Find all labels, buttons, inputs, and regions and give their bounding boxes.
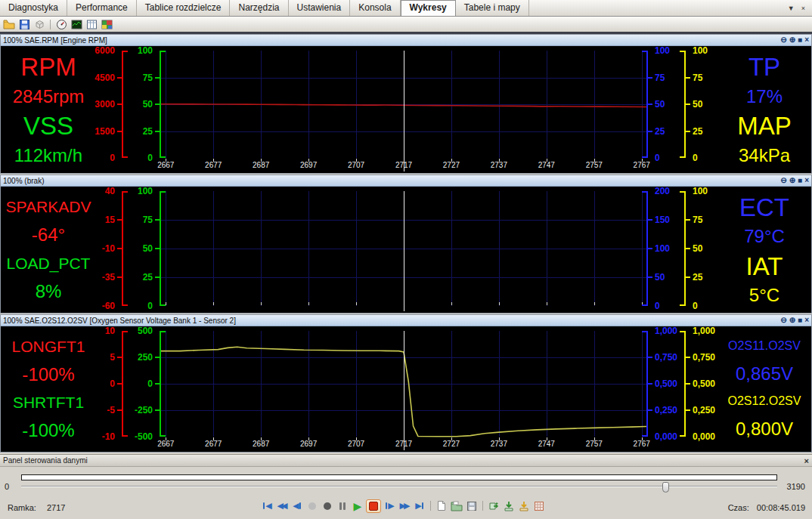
gauge-icon[interactable] [54, 18, 68, 31]
tab-tablice-rozdzielcze[interactable]: Tablice rozdzielcze [137, 0, 231, 16]
close-icon[interactable]: × [804, 317, 809, 324]
tab-wykresy[interactable]: Wykresy [401, 0, 456, 16]
x-axis-tick [451, 302, 452, 305]
save-file-button[interactable] [465, 499, 479, 513]
record-ghost-button[interactable] [305, 499, 319, 513]
playback-cursor[interactable] [404, 331, 404, 450]
zoom-out-icon[interactable]: ⊖ [780, 177, 786, 184]
x-axis-label: 2727 [443, 161, 460, 169]
x-axis-tick [594, 302, 595, 305]
axis-tick [155, 357, 160, 358]
axis-tick-label: 0 [693, 153, 698, 163]
x-axis-label: 2677 [205, 161, 222, 169]
axis-tick [686, 248, 690, 249]
value-label-0-865v: 0,865V [736, 365, 793, 383]
axis-tick-label: -10 [102, 243, 115, 254]
chart-panel-brak: 100% (brak) ⊖⊕■× SPARKADV-64°LOAD_PCT8%4… [0, 175, 812, 314]
tab-diagnostyka[interactable]: Diagnostyka [0, 0, 67, 16]
rewind-button[interactable]: ◀◀ [275, 499, 289, 513]
value-label-2845rpm: 2845rpm [13, 88, 85, 106]
export-cube-icon[interactable] [33, 18, 46, 31]
axis-tick-label: 25 [693, 272, 702, 283]
tab-tabele-i-mapy[interactable]: Tabele i mapy [456, 0, 529, 16]
axis-tick-label: 6000 [95, 46, 115, 56]
x-axis-tick [213, 302, 214, 305]
axis-tick-label: 50 [143, 99, 153, 110]
axis-tick-label: -10 [102, 431, 115, 442]
step-forward-button[interactable]: ▶ [383, 499, 396, 513]
skip-start-button[interactable]: ◀ [260, 499, 274, 513]
restore-icon[interactable]: ■ [798, 36, 802, 44]
axis-tick-label: 50 [693, 243, 702, 254]
grid-view-button[interactable] [532, 499, 546, 513]
value-label-load-pct: LOAD_PCT [7, 255, 91, 271]
map-tiles-icon[interactable] [100, 18, 113, 31]
axis-tick-label: -60 [102, 301, 115, 311]
save-file-icon[interactable] [17, 18, 31, 31]
tabbar-icons: ▼× [788, 0, 812, 16]
table-grid-icon[interactable] [85, 18, 98, 31]
axis-tick-label: 75 [143, 215, 153, 225]
gridline-vertical [642, 191, 643, 306]
x-axis-tick [261, 302, 262, 305]
frame-slider-thumb[interactable] [662, 482, 669, 493]
axis-tick-label: 0 [110, 153, 115, 163]
zoom-in-icon[interactable]: ⊕ [789, 317, 795, 324]
gridline-vertical [213, 191, 214, 306]
skip-end-button[interactable]: ▶ [413, 499, 426, 513]
panel-header[interactable]: 100% (brak) ⊖⊕■× [1, 175, 811, 187]
restore-icon[interactable]: ■ [798, 317, 802, 324]
step-back-button[interactable]: ◀ [290, 499, 304, 513]
x-axis-label: 2737 [491, 161, 507, 169]
play-button[interactable]: ▶ [351, 499, 364, 513]
zoom-out-icon[interactable]: ⊖ [780, 36, 786, 44]
axis-tick-label: 0,500 [693, 378, 715, 389]
panel-header[interactable]: 100% SAE.RPM [Engine RPM] ⊖⊕■× [1, 35, 811, 46]
axis-tick-label: 50 [655, 272, 665, 283]
export-add-button[interactable] [487, 499, 501, 513]
axis-tick-label: 15 [105, 215, 115, 225]
dropdown-icon[interactable]: ▼ [788, 5, 795, 12]
plot-area[interactable]: 2667267726872697270727172727273727472757… [161, 326, 646, 452]
tab-performance[interactable]: Performance [67, 0, 137, 16]
tab-ustawienia[interactable]: Ustawienia [289, 0, 351, 16]
plot-area[interactable]: 2667267726872697270727172727273727472757… [161, 46, 646, 173]
right-axis-1: 1007550250 [684, 46, 717, 173]
close-icon[interactable]: × [804, 36, 809, 44]
control-panel-header[interactable]: Panel sterowania danymi × [0, 455, 812, 467]
import-green-button[interactable] [502, 499, 516, 513]
open-file-button[interactable] [450, 499, 463, 513]
axis-tick-label: 200 [655, 187, 670, 196]
pause-button[interactable] [336, 499, 349, 513]
import-yellow-button[interactable] [517, 499, 531, 513]
playback-cursor[interactable] [404, 51, 404, 171]
record-button[interactable] [321, 499, 334, 513]
gridline-vertical [308, 191, 309, 306]
zoom-out-icon[interactable]: ⊖ [780, 317, 786, 324]
close-icon[interactable]: × [804, 456, 809, 465]
open-file-icon[interactable] [2, 18, 16, 31]
axis-bracket [680, 331, 684, 332]
console-icon[interactable] [70, 18, 83, 31]
axis-tick-label: 0 [147, 378, 153, 389]
zoom-in-icon[interactable]: ⊕ [789, 36, 795, 44]
panel-header[interactable]: 100% SAE.O2S12.O2SV [Oxygen Sensor Volta… [1, 315, 811, 326]
restore-icon[interactable]: ■ [798, 177, 802, 184]
axis-bracket [642, 156, 646, 158]
new-file-button[interactable] [435, 499, 448, 513]
fast-forward-button[interactable]: ▶▶ [398, 499, 411, 513]
axis-tick-label: 0,750 [655, 352, 677, 363]
chart-panel-o2: 100% SAE.O2S12.O2SV [Oxygen Sensor Volta… [0, 314, 812, 453]
stop-button[interactable] [366, 499, 381, 513]
close-icon[interactable]: × [801, 5, 805, 12]
plot-area[interactable] [161, 187, 646, 313]
axis-tick-label: 0 [147, 301, 153, 311]
tab-konsola[interactable]: Konsola [350, 0, 400, 16]
zoom-in-icon[interactable]: ⊕ [789, 177, 795, 184]
playback-cursor[interactable] [404, 191, 404, 311]
tab-narzędzia[interactable]: Narzędzia [230, 0, 288, 16]
gridline-vertical [594, 191, 595, 306]
axis-tick-label: 0,000 [655, 431, 677, 442]
close-icon[interactable]: × [804, 177, 809, 184]
range-start-label: 0 [5, 482, 9, 491]
